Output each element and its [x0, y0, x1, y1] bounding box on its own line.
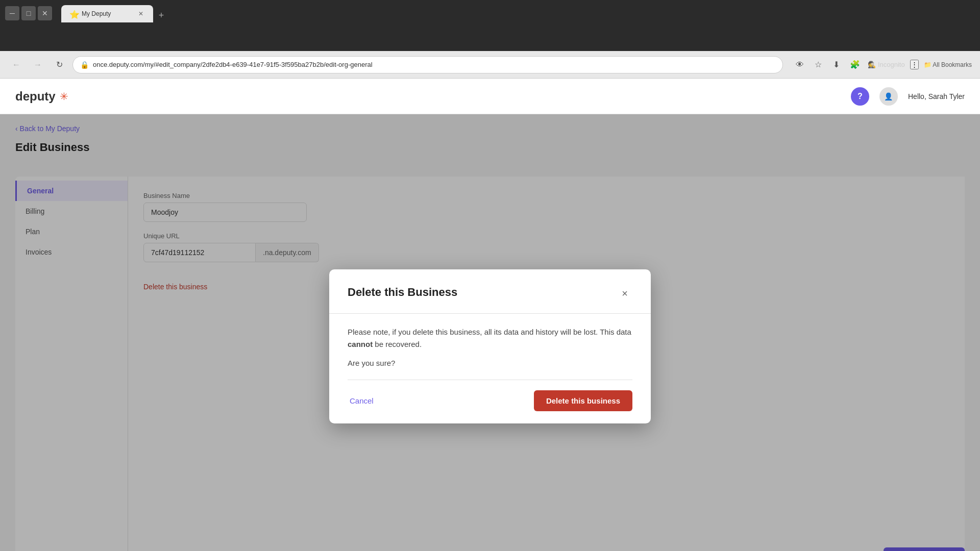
browser-controls: ─ □ ✕: [5, 6, 52, 20]
tab-bar: ⭐ My Deputy ✕ +: [56, 4, 174, 22]
reload-btn[interactable]: ↻: [51, 57, 67, 73]
browser-chrome: ─ □ ✕ ⭐ My Deputy ✕ +: [0, 0, 980, 51]
help-button[interactable]: ?: [851, 87, 869, 106]
modal-header: Delete this Business ×: [348, 286, 632, 301]
browser-menu-btn[interactable]: ⋮: [910, 60, 919, 69]
browser-top-bar: ─ □ ✕ ⭐ My Deputy ✕ +: [0, 0, 980, 23]
app-container: deputy ✳ ? 👤 Hello, Sarah Tyler ‹ Back t…: [0, 79, 980, 551]
address-text: once.deputy.com/my/#edit_company/2dfe2db…: [93, 61, 775, 68]
active-tab[interactable]: ⭐ My Deputy ✕: [61, 5, 153, 22]
modal-warning-text: Please note, if you delete this business…: [348, 326, 632, 350]
address-bar[interactable]: 🔒 once.deputy.com/my/#edit_company/2dfe2…: [72, 56, 783, 73]
logo-star-icon: ✳: [60, 90, 68, 103]
bookmarks-folder-icon: 📁: [924, 61, 932, 68]
new-tab-button[interactable]: +: [154, 8, 168, 22]
modal-cancel-button[interactable]: Cancel: [348, 392, 376, 409]
address-bar-row: ← → ↻ 🔒 once.deputy.com/my/#edit_company…: [0, 51, 980, 79]
modal-overlay[interactable]: Delete this Business × Please note, if y…: [0, 114, 980, 551]
window-minimize-btn[interactable]: ─: [5, 6, 19, 20]
tab-favicon: ⭐: [69, 10, 78, 18]
all-bookmarks-label: 📁 All Bookmarks: [924, 61, 972, 68]
back-nav-btn[interactable]: ←: [8, 57, 24, 73]
deputy-logo: deputy ✳: [15, 89, 68, 104]
tab-close-btn[interactable]: ✕: [137, 10, 145, 18]
user-greeting: Hello, Sarah Tyler: [908, 92, 965, 101]
extensions-btn[interactable]: 🧩: [847, 57, 863, 72]
modal-title: Delete this Business: [348, 286, 457, 299]
window-maximize-btn[interactable]: □: [21, 6, 36, 20]
avatar: 👤: [879, 87, 898, 106]
delete-confirmation-modal: Delete this Business × Please note, if y…: [329, 269, 651, 423]
window-close-btn[interactable]: ✕: [38, 6, 52, 20]
modal-divider: [329, 313, 651, 314]
reading-mode-btn[interactable]: 👁: [792, 57, 807, 72]
forward-nav-btn[interactable]: →: [30, 57, 46, 73]
app-header: deputy ✳ ? 👤 Hello, Sarah Tyler: [0, 79, 980, 114]
modal-confirm-delete-button[interactable]: Delete this business: [534, 390, 632, 411]
incognito-icon: 🕵: [868, 61, 876, 68]
modal-question: Are you sure?: [348, 359, 632, 367]
page-content: ‹ Back to My Deputy Edit Business Genera…: [0, 114, 980, 551]
address-bar-actions: 👁 ☆ ⬇ 🧩: [792, 57, 863, 72]
modal-close-button[interactable]: ×: [617, 286, 632, 301]
modal-body: Please note, if you delete this business…: [348, 326, 632, 367]
security-lock-icon: 🔒: [80, 61, 89, 69]
incognito-label: Incognito: [878, 61, 905, 68]
tab-title: My Deputy: [82, 10, 133, 17]
incognito-badge: 🕵 Incognito: [868, 61, 905, 68]
download-btn[interactable]: ⬇: [829, 57, 844, 72]
bookmark-star-btn[interactable]: ☆: [811, 57, 826, 72]
logo-text: deputy: [15, 89, 56, 104]
modal-footer: Cancel Delete this business: [348, 380, 632, 411]
header-right: ? 👤 Hello, Sarah Tyler: [851, 87, 965, 106]
